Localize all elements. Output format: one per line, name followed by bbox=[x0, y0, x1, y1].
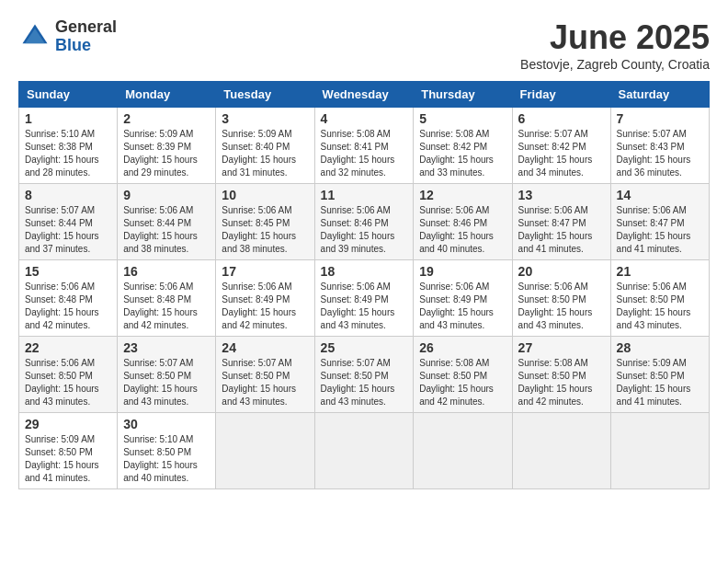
day-info: Sunrise: 5:06 AMSunset: 8:47 PMDaylight:… bbox=[518, 204, 605, 256]
day-number: 25 bbox=[321, 340, 408, 355]
day-info: Sunrise: 5:07 AMSunset: 8:43 PMDaylight:… bbox=[617, 128, 703, 179]
empty-day bbox=[610, 413, 709, 489]
header-friday: Friday bbox=[512, 82, 610, 108]
day-info: Sunrise: 5:06 AMSunset: 8:45 PMDaylight:… bbox=[222, 204, 308, 256]
title-area: June 2025 Bestovje, Zagreb County, Croat… bbox=[520, 18, 710, 72]
header-thursday: Thursday bbox=[414, 82, 512, 108]
day-number: 16 bbox=[123, 264, 210, 279]
day-number: 10 bbox=[222, 188, 308, 202]
day-number: 4 bbox=[321, 111, 408, 126]
calendar: Sunday Monday Tuesday Wednesday Thursday… bbox=[18, 81, 710, 489]
header: General Blue June 2025 Bestovje, Zagreb … bbox=[18, 18, 710, 72]
day-number: 22 bbox=[25, 340, 111, 355]
day-9: 9Sunrise: 5:06 AMSunset: 8:44 PMDaylight… bbox=[118, 184, 216, 260]
day-16: 16Sunrise: 5:06 AMSunset: 8:48 PMDayligh… bbox=[118, 260, 216, 337]
day-1: 1Sunrise: 5:10 AMSunset: 8:38 PMDaylight… bbox=[19, 108, 118, 184]
day-info: Sunrise: 5:07 AMSunset: 8:44 PMDaylight:… bbox=[25, 204, 111, 256]
day-8: 8Sunrise: 5:07 AMSunset: 8:44 PMDaylight… bbox=[19, 184, 118, 260]
day-15: 15Sunrise: 5:06 AMSunset: 8:48 PMDayligh… bbox=[19, 260, 118, 337]
day-3: 3Sunrise: 5:09 AMSunset: 8:40 PMDaylight… bbox=[216, 108, 314, 184]
day-number: 18 bbox=[321, 264, 408, 279]
day-12: 12Sunrise: 5:06 AMSunset: 8:46 PMDayligh… bbox=[414, 184, 512, 260]
day-number: 5 bbox=[419, 111, 506, 126]
header-sunday: Sunday bbox=[19, 82, 118, 108]
day-5: 5Sunrise: 5:08 AMSunset: 8:42 PMDaylight… bbox=[414, 108, 512, 184]
day-number: 9 bbox=[123, 188, 210, 202]
logo-blue-text: Blue bbox=[55, 37, 117, 55]
location: Bestovje, Zagreb County, Croatia bbox=[520, 57, 710, 72]
day-number: 29 bbox=[25, 417, 111, 431]
day-info: Sunrise: 5:06 AMSunset: 8:49 PMDaylight:… bbox=[321, 281, 408, 332]
day-info: Sunrise: 5:09 AMSunset: 8:50 PMDaylight:… bbox=[25, 433, 111, 485]
day-number: 30 bbox=[123, 417, 210, 431]
day-number: 2 bbox=[123, 111, 210, 126]
day-2: 2Sunrise: 5:09 AMSunset: 8:39 PMDaylight… bbox=[118, 108, 216, 184]
day-number: 13 bbox=[518, 188, 605, 202]
day-number: 12 bbox=[419, 188, 506, 202]
day-27: 27Sunrise: 5:08 AMSunset: 8:50 PMDayligh… bbox=[512, 337, 610, 413]
day-info: Sunrise: 5:08 AMSunset: 8:50 PMDaylight:… bbox=[518, 357, 605, 408]
day-number: 26 bbox=[419, 340, 506, 355]
day-info: Sunrise: 5:06 AMSunset: 8:48 PMDaylight:… bbox=[25, 281, 111, 332]
empty-day bbox=[216, 413, 314, 489]
day-number: 28 bbox=[617, 340, 703, 355]
day-info: Sunrise: 5:06 AMSunset: 8:50 PMDaylight:… bbox=[617, 281, 703, 332]
day-22: 22Sunrise: 5:06 AMSunset: 8:50 PMDayligh… bbox=[19, 337, 118, 413]
day-29: 29Sunrise: 5:09 AMSunset: 8:50 PMDayligh… bbox=[19, 413, 118, 489]
week-row-3: 15Sunrise: 5:06 AMSunset: 8:48 PMDayligh… bbox=[19, 260, 710, 337]
day-number: 8 bbox=[25, 188, 111, 202]
week-row-4: 22Sunrise: 5:06 AMSunset: 8:50 PMDayligh… bbox=[19, 337, 710, 413]
day-info: Sunrise: 5:07 AMSunset: 8:50 PMDaylight:… bbox=[321, 357, 408, 408]
day-info: Sunrise: 5:07 AMSunset: 8:42 PMDaylight:… bbox=[518, 128, 605, 179]
day-number: 27 bbox=[518, 340, 605, 355]
day-number: 14 bbox=[617, 188, 703, 202]
day-number: 7 bbox=[617, 111, 703, 126]
day-info: Sunrise: 5:10 AMSunset: 8:50 PMDaylight:… bbox=[123, 433, 210, 485]
header-monday: Monday bbox=[118, 82, 216, 108]
day-info: Sunrise: 5:08 AMSunset: 8:42 PMDaylight:… bbox=[419, 128, 506, 179]
day-number: 19 bbox=[419, 264, 506, 279]
day-number: 3 bbox=[222, 111, 308, 126]
day-4: 4Sunrise: 5:08 AMSunset: 8:41 PMDaylight… bbox=[314, 108, 414, 184]
day-number: 6 bbox=[518, 111, 605, 126]
day-info: Sunrise: 5:06 AMSunset: 8:46 PMDaylight:… bbox=[419, 204, 506, 256]
day-info: Sunrise: 5:06 AMSunset: 8:48 PMDaylight:… bbox=[123, 281, 210, 332]
day-number: 21 bbox=[617, 264, 703, 279]
day-info: Sunrise: 5:06 AMSunset: 8:49 PMDaylight:… bbox=[222, 281, 308, 332]
day-number: 11 bbox=[321, 188, 408, 202]
logo-icon bbox=[18, 20, 51, 53]
logo-general-text: General bbox=[55, 18, 117, 37]
weekday-header-row: Sunday Monday Tuesday Wednesday Thursday… bbox=[19, 82, 710, 108]
day-number: 20 bbox=[518, 264, 605, 279]
day-25: 25Sunrise: 5:07 AMSunset: 8:50 PMDayligh… bbox=[314, 337, 414, 413]
day-23: 23Sunrise: 5:07 AMSunset: 8:50 PMDayligh… bbox=[118, 337, 216, 413]
day-info: Sunrise: 5:07 AMSunset: 8:50 PMDaylight:… bbox=[123, 357, 210, 408]
day-number: 24 bbox=[222, 340, 308, 355]
day-info: Sunrise: 5:06 AMSunset: 8:50 PMDaylight:… bbox=[518, 281, 605, 332]
day-number: 17 bbox=[222, 264, 308, 279]
header-wednesday: Wednesday bbox=[314, 82, 414, 108]
day-info: Sunrise: 5:06 AMSunset: 8:49 PMDaylight:… bbox=[419, 281, 506, 332]
empty-day bbox=[414, 413, 512, 489]
week-row-1: 1Sunrise: 5:10 AMSunset: 8:38 PMDaylight… bbox=[19, 108, 710, 184]
day-info: Sunrise: 5:06 AMSunset: 8:44 PMDaylight:… bbox=[123, 204, 210, 256]
day-20: 20Sunrise: 5:06 AMSunset: 8:50 PMDayligh… bbox=[512, 260, 610, 337]
week-row-5: 29Sunrise: 5:09 AMSunset: 8:50 PMDayligh… bbox=[19, 413, 710, 489]
day-info: Sunrise: 5:10 AMSunset: 8:38 PMDaylight:… bbox=[25, 128, 111, 179]
day-14: 14Sunrise: 5:06 AMSunset: 8:47 PMDayligh… bbox=[610, 184, 709, 260]
month-title: June 2025 bbox=[520, 18, 710, 57]
header-tuesday: Tuesday bbox=[216, 82, 314, 108]
logo: General Blue bbox=[18, 18, 117, 55]
day-21: 21Sunrise: 5:06 AMSunset: 8:50 PMDayligh… bbox=[610, 260, 709, 337]
day-24: 24Sunrise: 5:07 AMSunset: 8:50 PMDayligh… bbox=[216, 337, 314, 413]
week-row-2: 8Sunrise: 5:07 AMSunset: 8:44 PMDaylight… bbox=[19, 184, 710, 260]
day-info: Sunrise: 5:06 AMSunset: 8:47 PMDaylight:… bbox=[617, 204, 703, 256]
day-info: Sunrise: 5:07 AMSunset: 8:50 PMDaylight:… bbox=[222, 357, 308, 408]
day-6: 6Sunrise: 5:07 AMSunset: 8:42 PMDaylight… bbox=[512, 108, 610, 184]
day-7: 7Sunrise: 5:07 AMSunset: 8:43 PMDaylight… bbox=[610, 108, 709, 184]
day-number: 15 bbox=[25, 264, 111, 279]
empty-day bbox=[512, 413, 610, 489]
day-13: 13Sunrise: 5:06 AMSunset: 8:47 PMDayligh… bbox=[512, 184, 610, 260]
day-info: Sunrise: 5:06 AMSunset: 8:50 PMDaylight:… bbox=[25, 357, 111, 408]
day-info: Sunrise: 5:06 AMSunset: 8:46 PMDaylight:… bbox=[321, 204, 408, 256]
